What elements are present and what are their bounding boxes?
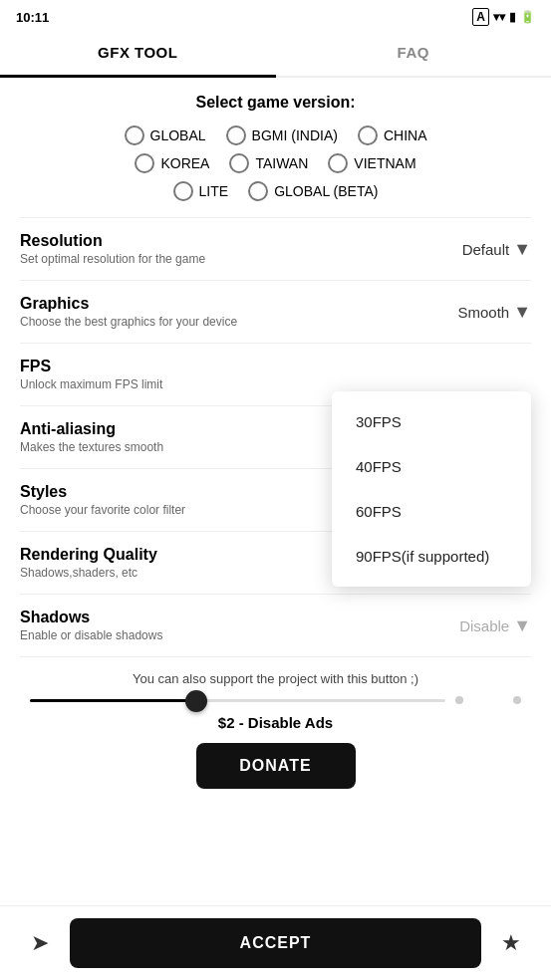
radio-bgmi[interactable]: BGMI (INDIA) — [226, 125, 338, 145]
shadows-desc: Enable or disable shadows — [20, 628, 431, 642]
graphics-label: Graphics — [20, 295, 431, 313]
radio-korea[interactable]: KOREA — [135, 153, 209, 173]
radio-vietnam[interactable]: VIETNAM — [328, 153, 415, 173]
shadows-control[interactable]: Disable ▼ — [431, 615, 531, 636]
tab-faq[interactable]: FAQ — [276, 30, 552, 76]
resolution-info: Resolution Set optimal resolution for th… — [20, 232, 431, 266]
fps-label: FPS — [20, 358, 431, 375]
radio-label-lite: LITE — [199, 183, 229, 199]
radio-circle-korea — [135, 153, 154, 173]
radio-label-taiwan: TAIWAN — [255, 155, 308, 171]
graphics-control[interactable]: Smooth ▼ — [431, 302, 531, 323]
fps-info: FPS Unlock maximum FPS limit — [20, 358, 431, 391]
tab-gfx-tool[interactable]: GFX TOOL — [0, 30, 276, 78]
shadows-info: Shadows Enable or disable shadows — [20, 609, 431, 642]
fps-dropdown: 30FPS 40FPS 60FPS 90FPS(if supported) — [332, 391, 531, 587]
radio-row-2: KOREA TAIWAN VIETNAM — [135, 153, 415, 173]
radio-circle-global — [125, 125, 144, 145]
radio-global-beta[interactable]: GLOBAL (BETA) — [248, 181, 378, 201]
resolution-control[interactable]: Default ▼ — [431, 239, 531, 260]
radio-label-vietnam: VIETNAM — [354, 155, 415, 171]
resolution-value: Default — [462, 241, 510, 258]
time: 10:11 — [16, 10, 49, 25]
graphics-chevron-icon: ▼ — [513, 302, 531, 323]
resolution-row: Resolution Set optimal resolution for th… — [20, 217, 531, 280]
slider-dot-1 — [455, 696, 463, 704]
wifi-icon: ▾▾ — [493, 10, 505, 24]
donate-button[interactable]: DONATE — [196, 743, 356, 789]
resolution-chevron-icon: ▼ — [513, 239, 531, 260]
radio-label-global: GLOBAL — [150, 127, 206, 143]
radio-circle-lite — [173, 181, 193, 201]
shadows-value: Disable — [459, 617, 509, 634]
graphics-value: Smooth — [457, 304, 509, 321]
radio-label-global-beta: GLOBAL (BETA) — [274, 183, 378, 199]
radio-circle-vietnam — [328, 153, 348, 173]
radio-label-china: CHINA — [384, 127, 427, 143]
shadows-chevron-icon: ▼ — [513, 615, 531, 636]
bottom-bar: ➤ ACCEPT ★ — [0, 905, 551, 980]
accept-button[interactable]: ACCEPT — [70, 918, 481, 968]
tab-bar: GFX TOOL FAQ — [0, 30, 551, 78]
section-title: Select game version: — [20, 94, 531, 112]
fps-option-60[interactable]: 60FPS — [332, 489, 531, 534]
graphics-row: Graphics Choose the best graphics for yo… — [20, 280, 531, 343]
shadows-label: Shadows — [20, 609, 431, 626]
star-icon[interactable]: ★ — [491, 930, 531, 956]
status-bar: 10:11 A ▾▾ ▮ 🔋 — [0, 0, 551, 30]
slider-hint: You can also support the project with th… — [20, 671, 531, 686]
radio-label-korea: KOREA — [160, 155, 209, 171]
game-version-group: GLOBAL BGMI (INDIA) CHINA KOREA TAIWAN — [20, 125, 531, 201]
signal-icon: ▮ — [509, 10, 516, 24]
share-icon[interactable]: ➤ — [20, 930, 60, 956]
slider-track-wrap[interactable] — [20, 696, 531, 704]
radio-label-bgmi: BGMI (INDIA) — [252, 127, 338, 143]
radio-circle-china — [358, 125, 378, 145]
slider-section: You can also support the project with th… — [20, 656, 531, 803]
slider-track[interactable] — [30, 699, 445, 702]
shadows-row: Shadows Enable or disable shadows Disabl… — [20, 594, 531, 656]
radio-row-1: GLOBAL BGMI (INDIA) CHINA — [125, 125, 427, 145]
radio-china[interactable]: CHINA — [358, 125, 427, 145]
radio-circle-bgmi — [226, 125, 246, 145]
radio-row-3: LITE GLOBAL (BETA) — [173, 181, 379, 201]
fps-option-90[interactable]: 90FPS(if supported) — [332, 534, 531, 579]
radio-circle-taiwan — [229, 153, 249, 173]
resolution-label: Resolution — [20, 232, 431, 250]
graphics-info: Graphics Choose the best graphics for yo… — [20, 295, 431, 329]
battery-icon: 🔋 — [520, 10, 535, 24]
resolution-desc: Set optimal resolution for the game — [20, 252, 431, 266]
price-label: $2 - Disable Ads — [20, 714, 531, 731]
graphics-desc: Choose the best graphics for your device — [20, 315, 431, 329]
radio-lite[interactable]: LITE — [173, 181, 229, 201]
slider-thumb[interactable] — [185, 690, 207, 712]
fps-desc: Unlock maximum FPS limit — [20, 377, 431, 391]
status-icons: A ▾▾ ▮ 🔋 — [472, 8, 535, 26]
radio-taiwan[interactable]: TAIWAN — [229, 153, 308, 173]
a-icon: A — [472, 8, 489, 26]
slider-dot-2 — [513, 696, 521, 704]
radio-circle-global-beta — [248, 181, 268, 201]
slider-fill — [30, 699, 196, 702]
fps-option-30[interactable]: 30FPS — [332, 399, 531, 444]
fps-option-40[interactable]: 40FPS — [332, 444, 531, 489]
radio-global[interactable]: GLOBAL — [125, 125, 206, 145]
